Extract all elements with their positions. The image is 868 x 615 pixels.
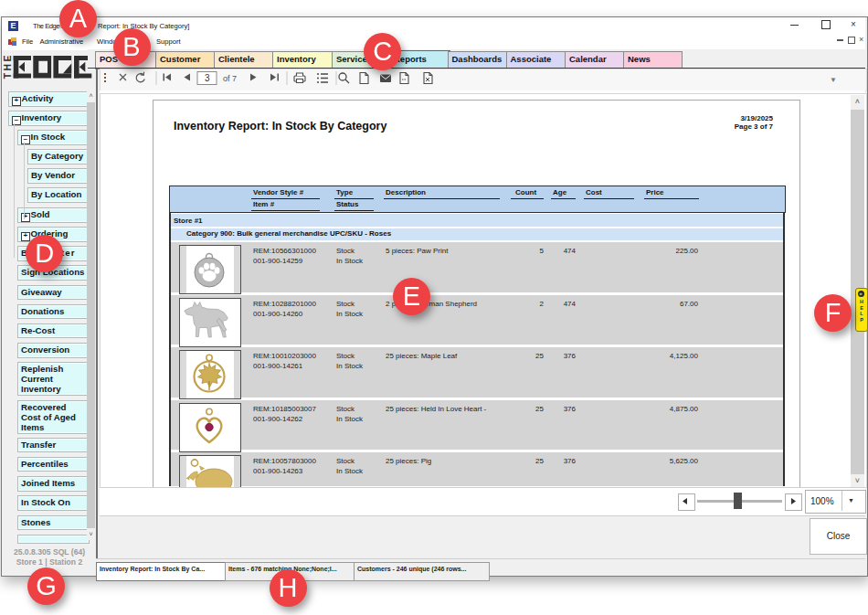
svg-text:3: 3	[205, 73, 210, 83]
svg-text:of 7: of 7	[223, 74, 237, 83]
svg-text:THE: THE	[3, 56, 13, 80]
